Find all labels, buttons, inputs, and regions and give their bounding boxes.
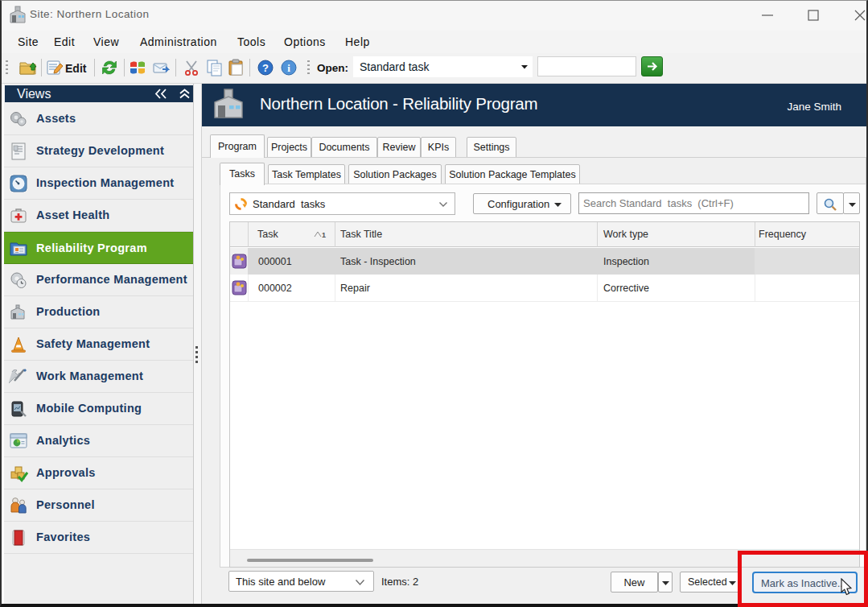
svg-text:?: ? [262,62,269,74]
svg-text:i: i [287,62,290,74]
